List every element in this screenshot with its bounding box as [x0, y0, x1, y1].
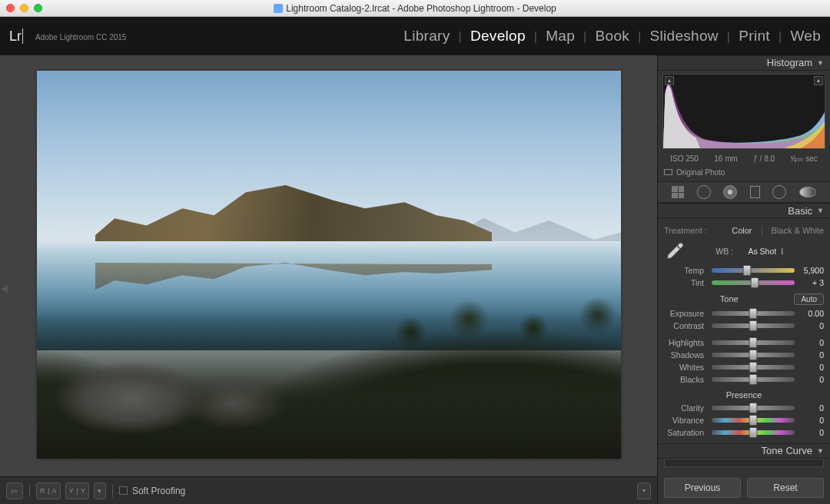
- module-library[interactable]: Library: [403, 28, 450, 45]
- contrast-slider[interactable]: [712, 323, 795, 328]
- eyedropper-icon[interactable]: [664, 241, 686, 261]
- soft-proofing-label: Soft Proofing: [132, 486, 185, 496]
- previous-button[interactable]: Previous: [664, 478, 741, 498]
- clarity-value[interactable]: 0: [798, 403, 824, 413]
- temp-value[interactable]: 5,900: [798, 266, 824, 275]
- vibrance-slider[interactable]: [712, 418, 795, 423]
- lightroom-logo: Lr: [9, 28, 32, 45]
- shadows-value[interactable]: 0: [798, 350, 824, 360]
- disclosure-triangle-icon: ▼: [817, 207, 824, 214]
- slider-label: Shadows: [664, 350, 709, 360]
- window-title: Lightroom Catalog-2.lrcat - Adobe Photos…: [0, 3, 830, 14]
- slider-label: Contrast: [664, 321, 709, 330]
- slider-label: Highlights: [664, 338, 709, 347]
- meta-shutter: ¹⁄₂₅₀ sec: [790, 154, 817, 163]
- reset-button[interactable]: Reset: [747, 478, 824, 498]
- redeye-tool-icon[interactable]: [723, 185, 737, 199]
- highlights-value[interactable]: 0: [798, 338, 824, 347]
- module-print[interactable]: Print: [739, 28, 770, 45]
- shadows-slider[interactable]: [712, 353, 795, 357]
- treatment-bw[interactable]: Black & White: [772, 226, 824, 235]
- graduated-filter-icon[interactable]: [750, 186, 760, 198]
- toolbar-overflow-icon[interactable]: ▾: [637, 482, 651, 499]
- module-book[interactable]: Book: [596, 28, 630, 45]
- basic-panel: Treatment : Color Black & White WB : As …: [658, 218, 830, 443]
- tint-slider[interactable]: [712, 280, 795, 285]
- document-icon: [274, 4, 283, 13]
- bottom-button-row: Previous Reset: [658, 472, 830, 504]
- module-picker: Library| Develop| Map| Book| Slideshow| …: [403, 28, 821, 45]
- tint-value[interactable]: + 3: [798, 278, 824, 287]
- before-after-lr-button[interactable]: R | A: [36, 482, 61, 499]
- whites-value[interactable]: 0: [798, 363, 824, 372]
- presence-section-label: Presence: [664, 390, 824, 400]
- left-panel-toggle-icon[interactable]: [2, 280, 8, 298]
- saturation-value[interactable]: 0: [798, 428, 824, 437]
- histogram-metadata: ISO 250 16 mm ƒ / 8.0 ¹⁄₂₅₀ sec: [658, 152, 830, 165]
- radial-filter-icon[interactable]: [772, 185, 786, 199]
- loupe-view-button[interactable]: ▭: [6, 482, 23, 499]
- exposure-slider[interactable]: [712, 311, 795, 316]
- svg-marker-0: [2, 284, 8, 293]
- histogram-chart[interactable]: ▲ ▲: [662, 74, 825, 149]
- module-develop[interactable]: Develop: [470, 28, 526, 45]
- slider-label: Exposure: [664, 309, 709, 318]
- clarity-slider[interactable]: [712, 406, 795, 410]
- disclosure-triangle-icon: ▼: [817, 447, 824, 455]
- right-panel: Histogram▼ ▲ ▲ ISO 250 16 mm ƒ / 8.0 ¹⁄₂: [657, 55, 830, 504]
- wb-preset-select[interactable]: As Shot ⁞: [738, 247, 784, 256]
- meta-iso: ISO 250: [670, 154, 699, 163]
- module-map[interactable]: Map: [546, 28, 575, 45]
- module-web[interactable]: Web: [790, 28, 821, 45]
- slider-label: Blacks: [664, 375, 709, 384]
- slider-label: Saturation: [664, 428, 709, 437]
- saturation-slider[interactable]: [712, 430, 795, 435]
- meta-aperture: ƒ / 8.0: [753, 154, 775, 163]
- tone-curve-preview[interactable]: [664, 459, 824, 467]
- temp-slider[interactable]: [712, 268, 795, 273]
- adjustment-brush-icon[interactable]: [799, 187, 816, 197]
- crop-tool-icon[interactable]: [672, 186, 684, 198]
- auto-tone-button[interactable]: Auto: [794, 293, 824, 305]
- histogram-header[interactable]: Histogram▼: [658, 55, 830, 71]
- app-subtitle: Adobe Lightroom CC 2015: [35, 33, 126, 41]
- contrast-value[interactable]: 0: [798, 321, 824, 330]
- spot-removal-icon[interactable]: [697, 185, 711, 199]
- highlights-slider[interactable]: [712, 340, 795, 345]
- meta-focal: 16 mm: [714, 154, 738, 163]
- disclosure-triangle-icon: ▼: [817, 59, 824, 67]
- tone-curve-header[interactable]: Tone Curve▼: [658, 443, 830, 459]
- whites-slider[interactable]: [712, 365, 795, 370]
- local-tools-strip: [658, 181, 830, 203]
- original-photo-row[interactable]: Original Photo: [658, 165, 830, 181]
- treatment-color[interactable]: Color: [732, 226, 752, 235]
- module-slideshow[interactable]: Slideshow: [650, 28, 719, 45]
- slider-label: Clarity: [664, 403, 709, 413]
- before-after-tb-button[interactable]: Y | Y: [65, 482, 90, 499]
- slider-label: Vibrance: [664, 416, 709, 425]
- slider-label: Tint: [664, 278, 709, 287]
- tone-section-label: Tone: [664, 294, 794, 303]
- toolbar: ▭ R | A Y | Y ▾ Soft Proofing ▾: [0, 476, 657, 504]
- preview-area: ▭ R | A Y | Y ▾ Soft Proofing ▾: [0, 55, 657, 504]
- wb-label: WB :: [693, 247, 738, 256]
- blacks-slider[interactable]: [712, 377, 795, 382]
- identity-plate-row: Lr Adobe Lightroom CC 2015 Library| Deve…: [0, 17, 830, 55]
- basic-header[interactable]: Basic▼: [658, 203, 830, 218]
- rectangle-icon: [664, 169, 672, 175]
- slider-label: Temp: [664, 266, 709, 275]
- exposure-value[interactable]: 0.00: [798, 309, 824, 318]
- before-after-menu-icon[interactable]: ▾: [94, 482, 106, 499]
- soft-proofing-checkbox[interactable]: [119, 486, 128, 495]
- blacks-value[interactable]: 0: [798, 375, 824, 384]
- vibrance-value[interactable]: 0: [798, 416, 824, 425]
- macos-titlebar: Lightroom Catalog-2.lrcat - Adobe Photos…: [0, 0, 830, 17]
- slider-label: Whites: [664, 363, 709, 372]
- image-preview[interactable]: [37, 71, 621, 459]
- treatment-label: Treatment :: [664, 226, 707, 235]
